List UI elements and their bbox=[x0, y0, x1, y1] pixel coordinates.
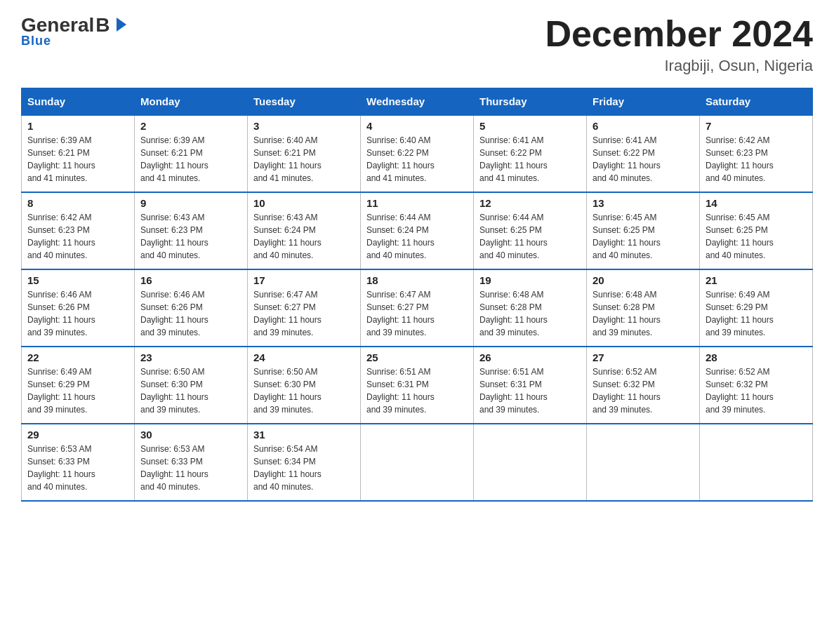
daylight-text: Daylight: 11 hours bbox=[366, 236, 468, 249]
daylight-minutes-text: and 39 minutes. bbox=[27, 326, 128, 339]
day-number: 5 bbox=[479, 120, 581, 132]
day-info: Sunrise: 6:43 AMSunset: 6:24 PMDaylight:… bbox=[253, 211, 355, 262]
day-info: Sunrise: 6:41 AMSunset: 6:22 PMDaylight:… bbox=[479, 134, 581, 185]
day-info: Sunrise: 6:40 AMSunset: 6:22 PMDaylight:… bbox=[366, 134, 468, 185]
sunset-text: Sunset: 6:31 PM bbox=[366, 378, 468, 391]
daylight-minutes-text: and 40 minutes. bbox=[253, 481, 355, 493]
daylight-minutes-text: and 40 minutes. bbox=[593, 249, 694, 262]
sunset-text: Sunset: 6:29 PM bbox=[27, 378, 128, 391]
weekday-header-tuesday: Tuesday bbox=[248, 88, 361, 116]
sunrise-text: Sunrise: 6:43 AM bbox=[140, 211, 241, 224]
calendar-cell bbox=[587, 424, 700, 501]
sunset-text: Sunset: 6:25 PM bbox=[706, 224, 807, 236]
calendar-title: December 2024 bbox=[545, 14, 813, 54]
calendar-cell: 30Sunrise: 6:53 AMSunset: 6:33 PMDayligh… bbox=[135, 424, 248, 501]
day-number: 29 bbox=[27, 429, 128, 441]
sunrise-text: Sunrise: 6:43 AM bbox=[253, 211, 355, 224]
sunset-text: Sunset: 6:29 PM bbox=[706, 301, 807, 314]
weekday-header-friday: Friday bbox=[587, 88, 700, 116]
logo-arrow-icon bbox=[117, 18, 126, 32]
day-info: Sunrise: 6:49 AMSunset: 6:29 PMDaylight:… bbox=[27, 365, 128, 416]
calendar-cell: 13Sunrise: 6:45 AMSunset: 6:25 PMDayligh… bbox=[587, 192, 700, 269]
sunrise-text: Sunrise: 6:39 AM bbox=[140, 134, 241, 147]
day-number: 6 bbox=[593, 120, 694, 132]
sunrise-text: Sunrise: 6:46 AM bbox=[140, 288, 241, 301]
daylight-minutes-text: and 39 minutes. bbox=[253, 326, 355, 339]
daylight-text: Daylight: 11 hours bbox=[27, 391, 128, 403]
calendar-cell: 11Sunrise: 6:44 AMSunset: 6:24 PMDayligh… bbox=[361, 192, 474, 269]
calendar-cell: 25Sunrise: 6:51 AMSunset: 6:31 PMDayligh… bbox=[361, 347, 474, 424]
daylight-text: Daylight: 11 hours bbox=[479, 391, 581, 403]
daylight-minutes-text: and 40 minutes. bbox=[366, 249, 468, 262]
calendar-cell: 18Sunrise: 6:47 AMSunset: 6:27 PMDayligh… bbox=[361, 269, 474, 347]
day-number: 31 bbox=[253, 429, 355, 441]
daylight-text: Daylight: 11 hours bbox=[366, 159, 468, 172]
daylight-text: Daylight: 11 hours bbox=[593, 236, 694, 249]
day-info: Sunrise: 6:52 AMSunset: 6:32 PMDaylight:… bbox=[593, 365, 694, 416]
sunset-text: Sunset: 6:32 PM bbox=[593, 378, 694, 391]
sunset-text: Sunset: 6:23 PM bbox=[706, 147, 807, 159]
daylight-minutes-text: and 40 minutes. bbox=[593, 172, 694, 185]
day-number: 3 bbox=[253, 120, 355, 132]
daylight-minutes-text: and 39 minutes. bbox=[593, 326, 694, 339]
calendar-cell: 19Sunrise: 6:48 AMSunset: 6:28 PMDayligh… bbox=[474, 269, 587, 347]
sunset-text: Sunset: 6:24 PM bbox=[366, 224, 468, 236]
daylight-minutes-text: and 41 minutes. bbox=[253, 172, 355, 185]
sunrise-text: Sunrise: 6:40 AM bbox=[366, 134, 468, 147]
sunset-text: Sunset: 6:28 PM bbox=[479, 301, 581, 314]
calendar-cell: 31Sunrise: 6:54 AMSunset: 6:34 PMDayligh… bbox=[248, 424, 361, 501]
daylight-minutes-text: and 39 minutes. bbox=[253, 403, 355, 416]
daylight-minutes-text: and 40 minutes. bbox=[140, 481, 241, 493]
sunset-text: Sunset: 6:32 PM bbox=[706, 378, 807, 391]
day-number: 9 bbox=[140, 197, 241, 209]
calendar-cell: 6Sunrise: 6:41 AMSunset: 6:22 PMDaylight… bbox=[587, 115, 700, 192]
calendar-cell: 29Sunrise: 6:53 AMSunset: 6:33 PMDayligh… bbox=[22, 424, 135, 501]
day-info: Sunrise: 6:46 AMSunset: 6:26 PMDaylight:… bbox=[27, 288, 128, 339]
weekday-header-monday: Monday bbox=[135, 88, 248, 116]
day-info: Sunrise: 6:47 AMSunset: 6:27 PMDaylight:… bbox=[253, 288, 355, 339]
daylight-minutes-text: and 41 minutes. bbox=[27, 172, 128, 185]
sunrise-text: Sunrise: 6:47 AM bbox=[366, 288, 468, 301]
calendar-week-row: 15Sunrise: 6:46 AMSunset: 6:26 PMDayligh… bbox=[22, 269, 813, 347]
daylight-minutes-text: and 39 minutes. bbox=[366, 326, 468, 339]
sunrise-text: Sunrise: 6:51 AM bbox=[479, 365, 581, 378]
calendar-cell: 22Sunrise: 6:49 AMSunset: 6:29 PMDayligh… bbox=[22, 347, 135, 424]
day-info: Sunrise: 6:40 AMSunset: 6:21 PMDaylight:… bbox=[253, 134, 355, 185]
day-number: 17 bbox=[253, 274, 355, 286]
sunset-text: Sunset: 6:34 PM bbox=[253, 455, 355, 468]
day-info: Sunrise: 6:42 AMSunset: 6:23 PMDaylight:… bbox=[27, 211, 128, 262]
day-info: Sunrise: 6:50 AMSunset: 6:30 PMDaylight:… bbox=[253, 365, 355, 416]
sunrise-text: Sunrise: 6:50 AM bbox=[140, 365, 241, 378]
day-info: Sunrise: 6:48 AMSunset: 6:28 PMDaylight:… bbox=[479, 288, 581, 339]
calendar-cell: 28Sunrise: 6:52 AMSunset: 6:32 PMDayligh… bbox=[700, 347, 813, 424]
daylight-text: Daylight: 11 hours bbox=[593, 314, 694, 326]
day-number: 22 bbox=[27, 351, 128, 363]
day-info: Sunrise: 6:47 AMSunset: 6:27 PMDaylight:… bbox=[366, 288, 468, 339]
day-info: Sunrise: 6:46 AMSunset: 6:26 PMDaylight:… bbox=[140, 288, 241, 339]
sunrise-text: Sunrise: 6:47 AM bbox=[253, 288, 355, 301]
calendar-cell: 24Sunrise: 6:50 AMSunset: 6:30 PMDayligh… bbox=[248, 347, 361, 424]
daylight-text: Daylight: 11 hours bbox=[479, 159, 581, 172]
sunset-text: Sunset: 6:21 PM bbox=[253, 147, 355, 159]
calendar-cell bbox=[700, 424, 813, 501]
daylight-text: Daylight: 11 hours bbox=[366, 314, 468, 326]
sunset-text: Sunset: 6:33 PM bbox=[140, 455, 241, 468]
daylight-text: Daylight: 11 hours bbox=[27, 236, 128, 249]
day-number: 30 bbox=[140, 429, 241, 441]
day-info: Sunrise: 6:45 AMSunset: 6:25 PMDaylight:… bbox=[593, 211, 694, 262]
day-info: Sunrise: 6:41 AMSunset: 6:22 PMDaylight:… bbox=[593, 134, 694, 185]
daylight-minutes-text: and 39 minutes. bbox=[479, 326, 581, 339]
calendar-cell: 1Sunrise: 6:39 AMSunset: 6:21 PMDaylight… bbox=[22, 115, 135, 192]
calendar-cell: 27Sunrise: 6:52 AMSunset: 6:32 PMDayligh… bbox=[587, 347, 700, 424]
daylight-minutes-text: and 39 minutes. bbox=[366, 403, 468, 416]
sunset-text: Sunset: 6:21 PM bbox=[27, 147, 128, 159]
daylight-minutes-text: and 40 minutes. bbox=[253, 249, 355, 262]
calendar-cell: 7Sunrise: 6:42 AMSunset: 6:23 PMDaylight… bbox=[700, 115, 813, 192]
day-number: 24 bbox=[253, 351, 355, 363]
calendar-cell: 5Sunrise: 6:41 AMSunset: 6:22 PMDaylight… bbox=[474, 115, 587, 192]
sunrise-text: Sunrise: 6:49 AM bbox=[706, 288, 807, 301]
daylight-minutes-text: and 40 minutes. bbox=[479, 249, 581, 262]
daylight-text: Daylight: 11 hours bbox=[593, 159, 694, 172]
sunset-text: Sunset: 6:26 PM bbox=[27, 301, 128, 314]
sunset-text: Sunset: 6:23 PM bbox=[27, 224, 128, 236]
